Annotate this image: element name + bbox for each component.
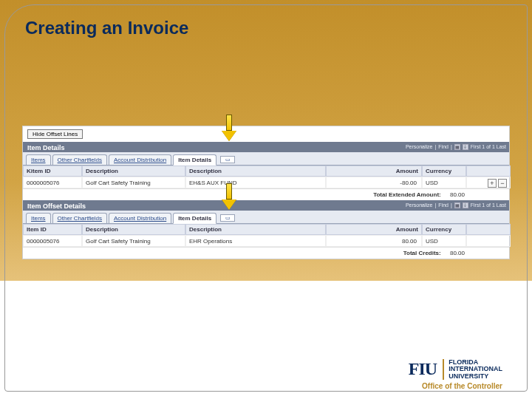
download-icon[interactable]: ⇩ (463, 144, 468, 150)
item-offset-tabs: Items Other Chartfields Account Distribu… (23, 211, 509, 224)
cell-item-id-2: 0000005076 (23, 235, 82, 247)
tab-items[interactable]: Items (26, 154, 51, 165)
col-item-id: Kitem ID (23, 166, 82, 177)
item-details-header: Item Details Personalize | Find | ▦ ⇩ Fi… (23, 142, 509, 152)
tab-other-chartfields-2[interactable]: Other Chartfields (52, 213, 107, 223)
table-row: 0000005076 Golf Cart Safety Training EH&… (23, 177, 509, 188)
col-description-1b: Description (82, 224, 185, 235)
total-extended-value: 80.00 (450, 191, 465, 198)
grid-nav-2[interactable]: First 1 of 1 Last (471, 201, 506, 210)
col-description-2b: Description (185, 224, 326, 235)
item-offset-details-header: Item Offset Details Personalize | Find |… (23, 200, 509, 211)
callout-arrow-2 (222, 183, 236, 213)
tab-items-2[interactable]: Items (26, 213, 51, 223)
item-details-total: Total Extended Amount: 80.00 (23, 188, 509, 200)
callout-arrow-1 (222, 115, 236, 144)
hide-offset-lines-button[interactable]: Hide Offset Lines (27, 129, 83, 139)
expand-all-tabs-icon-2[interactable]: ▭ (220, 214, 235, 222)
cell-currency: USD (422, 177, 466, 188)
cell-description-1: Golf Cart Safety Training (82, 177, 185, 188)
cell-amount: -80.00 (326, 177, 422, 188)
item-details-tabs: Items Other Chartfields Account Distribu… (23, 152, 509, 166)
find-link[interactable]: Find (438, 143, 449, 151)
col-item-id-2: Item ID (23, 224, 82, 235)
total-credits-value: 80.00 (450, 250, 465, 256)
personalize-link-2[interactable]: Personalize (406, 201, 433, 210)
add-row-icon[interactable]: + (488, 179, 497, 188)
item-offset-controls: Personalize | Find | ▦ ⇩ First 1 of 1 La… (406, 200, 506, 211)
delete-row-icon[interactable]: − (498, 179, 507, 188)
download-icon-2[interactable]: ⇩ (463, 202, 468, 208)
tab-other-chartfields[interactable]: Other Chartfields (52, 154, 107, 165)
invoice-panel: Hide Offset Lines Item Details Personali… (22, 126, 510, 259)
expand-all-tabs-icon[interactable]: ▭ (220, 156, 235, 163)
fiu-logo: FIU FLORIDA INTERNATIONAL UNIVERSITY (409, 359, 502, 380)
tab-account-distribution-2[interactable]: Account Distribution (109, 213, 171, 223)
item-offset-total: Total Credits: 80.00 (23, 247, 509, 259)
item-offset-details-title: Item Offset Details (27, 202, 86, 210)
col-currency-2: Currency (422, 224, 466, 235)
tab-item-details[interactable]: Item Details (173, 154, 216, 166)
total-extended-label: Total Extended Amount: (373, 191, 441, 198)
item-details-columns: Kitem ID Description Description Amount … (23, 166, 509, 177)
total-credits-label: Total Credits: (403, 250, 441, 256)
cell-description-2: EH&S AUX FUND (185, 177, 326, 188)
personalize-link[interactable]: Personalize (406, 143, 433, 151)
item-details-title: Item Details (27, 144, 65, 151)
col-description-2: Description (185, 166, 326, 177)
tab-account-distribution[interactable]: Account Distribution (109, 154, 171, 165)
cell-currency-2: USD (422, 235, 466, 247)
grid-nav[interactable]: First 1 of 1 Last (471, 143, 506, 151)
fiu-logo-text: FLORIDA INTERNATIONAL UNIVERSITY (443, 359, 502, 380)
footer-subtitle: Office of the Controller (422, 382, 502, 390)
cell-description-1b: Golf Cart Safety Training (82, 235, 185, 247)
fiu-logo-mark: FIU (409, 359, 437, 379)
item-details-controls: Personalize | Find | ▦ ⇩ First 1 of 1 La… (406, 142, 506, 152)
cell-item-id: 0000005076 (23, 177, 82, 188)
slide-title: Creating an Invoice (25, 18, 188, 38)
col-amount: Amount (326, 166, 422, 177)
col-amount-2: Amount (326, 224, 422, 235)
col-currency: Currency (422, 166, 466, 177)
col-description-1: Description (82, 166, 185, 177)
find-link-2[interactable]: Find (438, 201, 449, 210)
item-offset-columns: Item ID Description Description Amount C… (23, 224, 509, 235)
cell-description-2b: EHR Operations (185, 235, 326, 247)
view-all-icon-2[interactable]: ▦ (454, 202, 460, 208)
tab-item-details-2[interactable]: Item Details (173, 213, 216, 224)
view-all-icon[interactable]: ▦ (454, 144, 460, 150)
cell-amount-2: 80.00 (326, 235, 422, 247)
table-row: 0000005076 Golf Cart Safety Training EHR… (23, 235, 509, 247)
